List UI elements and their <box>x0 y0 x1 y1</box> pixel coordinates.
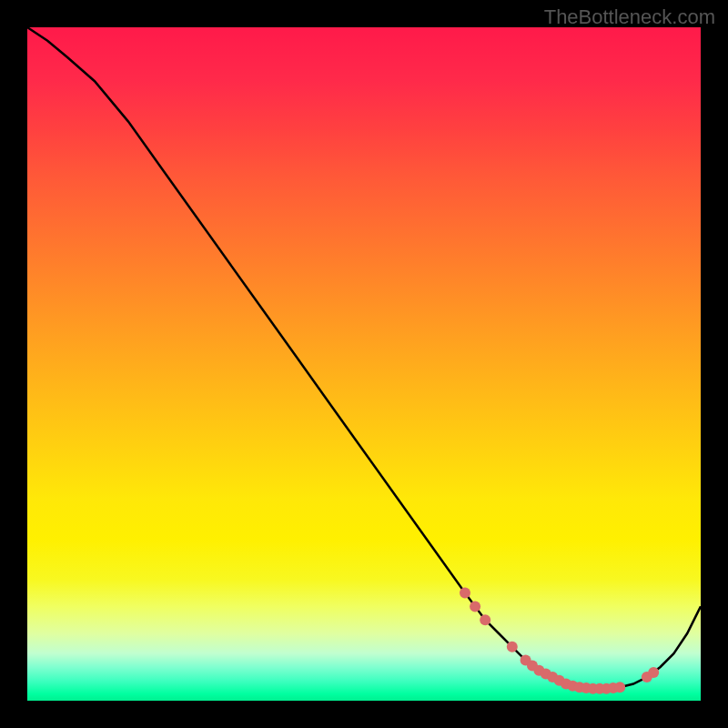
chart-plot-area <box>27 27 701 701</box>
data-marker <box>614 682 625 693</box>
data-marker <box>648 667 659 678</box>
markers-group <box>460 588 659 694</box>
data-marker <box>470 601 480 612</box>
curve-line <box>27 27 701 689</box>
watermark-text: TheBottleneck.com <box>544 5 715 29</box>
data-marker <box>480 614 490 625</box>
data-marker <box>460 588 470 599</box>
chart-svg <box>27 27 701 701</box>
data-marker <box>507 642 518 652</box>
